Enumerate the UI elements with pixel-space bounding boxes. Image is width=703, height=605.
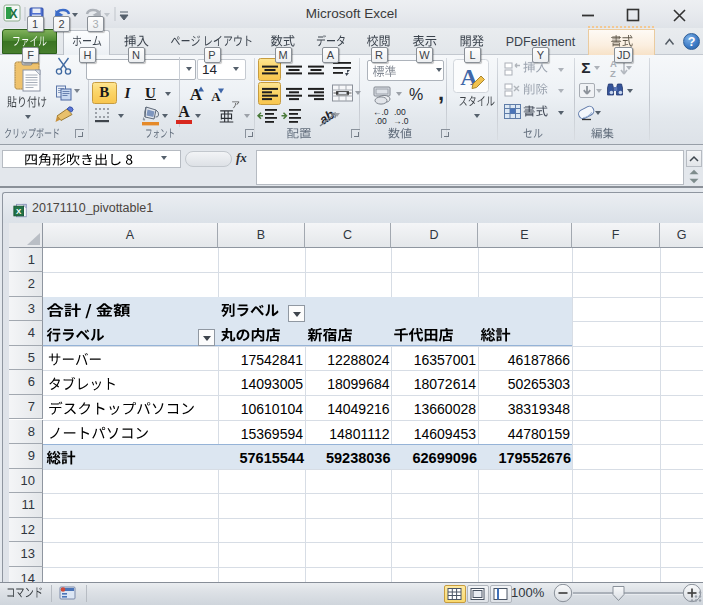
- svg-text:X: X: [9, 7, 17, 21]
- svg-text:→.0: →.0: [393, 116, 409, 126]
- svg-text:ab: ab: [316, 107, 337, 128]
- svg-text:X: X: [16, 207, 22, 216]
- svg-text:Z: Z: [610, 68, 616, 79]
- svg-text:.00: .00: [375, 116, 387, 126]
